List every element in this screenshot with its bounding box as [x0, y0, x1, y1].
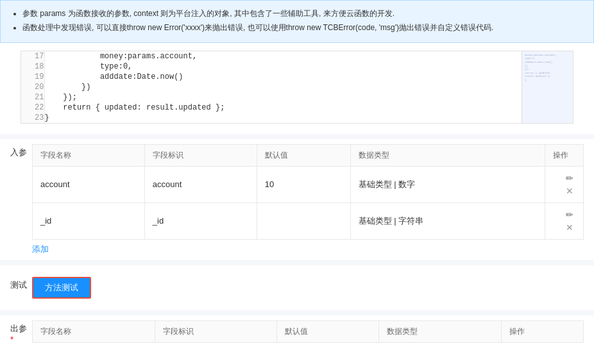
page-wrapper: 参数 params 为函数接收的参数, context 则为平台注入的对象, 其… — [0, 0, 594, 364]
output-params-table: 字段名称 字段标识 默认值 数据类型 操作 — [32, 320, 584, 343]
line-number: 21 — [21, 92, 44, 103]
code-minimap: money:params.account, type:0, adddate:Da… — [522, 51, 573, 123]
col-header-name: 字段名称 — [33, 144, 145, 166]
col-header-action: 操作 — [545, 144, 584, 166]
line-content: money:params.account, — [44, 51, 573, 62]
output-params-label: 出参* — [0, 315, 32, 344]
test-content: 方法测试 — [32, 272, 594, 304]
line-content: return { updated: result.updated }; — [44, 103, 573, 113]
col-header-default: 默认值 — [257, 144, 350, 166]
row2-delete-button[interactable]: ✕ — [564, 221, 575, 234]
line-number: 18 — [21, 62, 44, 72]
out-col-header-name: 字段名称 — [33, 320, 155, 342]
row1-edit-button[interactable]: ✏ — [564, 172, 575, 185]
code-block: 17 money:params.account, 18 type:0, 19 a… — [21, 51, 573, 124]
line-content: } — [44, 113, 573, 123]
out-col-header-action: 操作 — [502, 320, 584, 342]
col-header-id: 字段标识 — [144, 144, 257, 166]
info-bullet-1: 参数 params 为函数接收的参数, context 则为平台注入的对象, 其… — [22, 7, 583, 20]
output-params-content: 字段名称 字段标识 默认值 数据类型 操作 — [32, 315, 594, 348]
code-line: 21 }); — [21, 92, 573, 103]
line-content: }); — [44, 92, 573, 103]
code-line: 19 adddate:Date.now() — [21, 72, 573, 82]
row2-actions: ✏ ✕ — [545, 203, 584, 239]
input-params-section: 入参 字段名称 字段标识 默认值 数据类型 操作 account account — [0, 139, 594, 260]
row2-default — [257, 203, 350, 239]
line-number: 20 — [21, 82, 44, 92]
test-button[interactable]: 方法测试 — [32, 277, 91, 299]
line-content: }) — [44, 82, 573, 92]
output-params-section: 出参* 字段名称 字段标识 默认值 数据类型 操作 — [0, 315, 594, 348]
code-line: 17 money:params.account, — [21, 51, 573, 62]
input-params-content: 字段名称 字段标识 默认值 数据类型 操作 account account 10… — [32, 139, 594, 260]
col-header-type: 数据类型 — [350, 144, 545, 166]
row2-id: _id — [144, 203, 257, 239]
row2-type: 基础类型 | 字符串 — [350, 203, 545, 239]
info-box: 参数 params 为函数接收的参数, context 则为平台注入的对象, 其… — [0, 0, 594, 43]
line-number: 23 — [21, 113, 44, 123]
out-col-header-type: 数据类型 — [379, 320, 502, 342]
input-params-label: 入参 — [0, 139, 32, 158]
line-number: 17 — [21, 51, 44, 62]
test-label: 测试 — [0, 272, 32, 291]
row1-actions: ✏ ✕ — [545, 166, 584, 203]
test-section: 测试 方法测试 — [0, 265, 594, 310]
add-param-link[interactable]: 添加 — [32, 244, 49, 255]
out-col-header-id: 字段标识 — [155, 320, 277, 342]
code-line: 22 return { updated: result.updated }; — [21, 103, 573, 113]
input-params-table: 字段名称 字段标识 默认值 数据类型 操作 account account 10… — [32, 144, 584, 240]
row1-default: 10 — [257, 166, 350, 203]
table-row: _id _id 基础类型 | 字符串 ✏ ✕ — [33, 203, 584, 239]
row2-name: _id — [33, 203, 145, 239]
code-line: 23 } — [21, 113, 573, 123]
line-number: 19 — [21, 72, 44, 82]
row2-edit-button[interactable]: ✏ — [564, 208, 575, 221]
code-line: 20 }) — [21, 82, 573, 92]
code-section-wrapper: 17 money:params.account, 18 type:0, 19 a… — [0, 43, 594, 134]
table-row: account account 10 基础类型 | 数字 ✏ ✕ — [33, 166, 584, 203]
row1-id: account — [144, 166, 257, 203]
row1-delete-button[interactable]: ✕ — [564, 185, 575, 197]
info-bullet-2: 函数处理中发现错误, 可以直接throw new Error('xxxx')来抛… — [22, 21, 583, 34]
row1-name: account — [33, 166, 145, 203]
out-col-header-default: 默认值 — [277, 320, 379, 342]
line-number: 22 — [21, 103, 44, 113]
line-content: adddate:Date.now() — [44, 72, 573, 82]
code-line: 18 type:0, — [21, 62, 573, 72]
line-content: type:0, — [44, 62, 573, 72]
row1-type: 基础类型 | 数字 — [350, 166, 545, 203]
